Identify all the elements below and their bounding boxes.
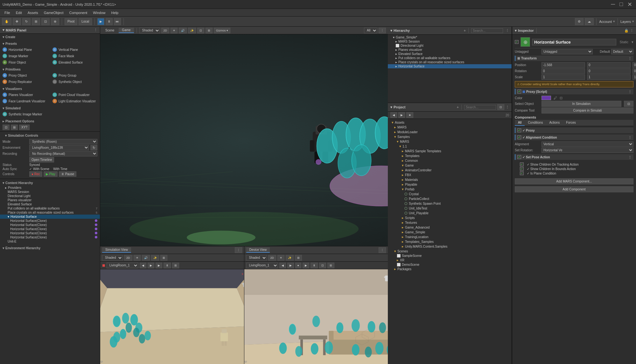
transform-tool[interactable]: ⊕	[51, 18, 59, 25]
placement-options-title[interactable]: ▸ Placement Options	[0, 119, 100, 124]
proj-demo[interactable]: ⬜ DemoScene	[388, 263, 512, 267]
local-btn[interactable]: Local	[79, 18, 92, 25]
sim-light[interactable]: ☀	[134, 255, 141, 261]
h-put-colliders[interactable]: ▸ Put colliders on all walkable surfaces	[388, 56, 512, 60]
proj-scripts[interactable]: ▸ Scripts	[388, 216, 512, 220]
active-checkbox[interactable]	[515, 40, 519, 44]
comp-tab-actions[interactable]: Actions	[546, 120, 563, 126]
color-menu-btn[interactable]: ⊡	[560, 96, 563, 100]
inspector-menu[interactable]: ⋮	[630, 29, 633, 33]
proj-common[interactable]: ▸ Common	[388, 158, 512, 163]
device-title[interactable]: Device View	[246, 247, 270, 253]
proj-game-simple[interactable]: ▸ Game_Simple	[388, 230, 512, 235]
env-refresh-btn[interactable]: ↻	[90, 145, 97, 150]
ch-mars-session[interactable]: MARS Session	[0, 190, 100, 194]
set-pose-comp[interactable]: ✓ Set Pose Action ⋮	[515, 154, 633, 160]
sim-prev-btn[interactable]: ◀	[140, 263, 146, 268]
content-hierarchy-title[interactable]: ▾ Content Hierarchy	[0, 180, 100, 186]
sim-controls-title[interactable]: ▾ Simulation Controls	[3, 133, 97, 138]
open-timeline-btn[interactable]: Open Timeline	[29, 157, 54, 162]
scale-x-field[interactable]	[542, 74, 585, 80]
add-mars-comp-btn[interactable]: Add MARS Component...	[515, 178, 633, 184]
proxy-section[interactable]: ⊞ Proxy (Script) ⋮	[515, 89, 633, 94]
vp-menu-btn[interactable]: ⋮	[379, 28, 386, 33]
plane-check[interactable]	[520, 171, 524, 175]
dev-env-dropdown[interactable]: LivingRoom_1	[246, 263, 278, 268]
proj-back-btn[interactable]: ◀	[390, 112, 397, 118]
ch-clone-4[interactable]: Horizontal Surface(Clone)	[0, 231, 100, 235]
pause-button[interactable]: ⏸	[106, 18, 113, 25]
proj-crystal[interactable]: ⬡ Crystal	[388, 192, 512, 196]
visualizers-title[interactable]: ▾ Visualizers	[0, 86, 100, 92]
ch-clone-2[interactable]: Horizontal Surface(Clone)	[0, 223, 100, 227]
inspector-lock-btn[interactable]: 🔒	[624, 29, 629, 33]
proj-materials[interactable]: ▸ Materials	[388, 177, 512, 182]
sim-2d[interactable]: 2D	[124, 255, 132, 261]
window-controls[interactable]: ─ □ ✕	[610, 1, 633, 8]
pose-menu[interactable]: ⋮	[628, 155, 632, 159]
sim-record-btn[interactable]: ⊞	[172, 263, 179, 268]
h-root[interactable]: ▾ Game_Simple*	[388, 35, 512, 39]
project-search[interactable]	[464, 105, 496, 110]
menu-window[interactable]: Window	[90, 10, 108, 15]
play-button[interactable]: ▶	[97, 18, 104, 25]
rot-x-field[interactable]	[542, 68, 585, 74]
step-button[interactable]: ⏭	[114, 18, 121, 25]
dev-shading[interactable]: Shaded	[246, 255, 267, 261]
proxy-check[interactable]	[517, 128, 521, 132]
sim-title[interactable]: Simulation View	[102, 247, 131, 253]
sim-canvas[interactable]: X Y Z	[100, 269, 244, 364]
proj-assets[interactable]: ▾ Assets	[388, 120, 512, 125]
tag-dropdown[interactable]: Untagged	[542, 49, 593, 54]
menu-gameobject[interactable]: GameObject	[41, 10, 66, 15]
prim-synthetic-object[interactable]: ⊡ Synthetic Object	[50, 79, 100, 85]
ch-put-crystals[interactable]: Place crystals on all reasonable sized s…	[0, 210, 100, 215]
dev-menu-btn[interactable]: ⋮	[379, 247, 386, 253]
placement-btn-2[interactable]: ⊞	[11, 125, 18, 130]
h-dir-light[interactable]: ⬜ Directional Light	[388, 44, 512, 48]
ch-unit-e[interactable]: Unit-E	[0, 239, 100, 244]
menu-assets[interactable]: Assets	[25, 10, 41, 15]
proj-animator[interactable]: ▸ AnimatorController	[388, 168, 512, 173]
shading-dropdown[interactable]: Shaded	[139, 28, 160, 33]
in-simulation-btn[interactable]: In Simulation	[542, 101, 621, 107]
eyedropper-btn[interactable]: 🖊	[554, 96, 557, 100]
proj-training[interactable]: ▸ TrainingLocation	[388, 235, 512, 239]
env-dropdown[interactable]: LivingRoom_18ftx13ft	[29, 145, 89, 150]
minimize-btn[interactable]: ─	[610, 1, 616, 8]
sim-sound[interactable]: 🔊	[142, 255, 150, 261]
proj-spawn[interactable]: ⬡ Synthetic Spawn Point	[388, 201, 512, 206]
add-component-btn[interactable]: Add Component	[515, 186, 633, 192]
ch-providers[interactable]: ▸ Providers	[0, 186, 100, 190]
preset-vertical-plane[interactable]: ⊞ Vertical Plane	[50, 46, 100, 53]
menu-help[interactable]: Help	[108, 10, 121, 15]
create-section-title[interactable]: ▾ Create	[0, 34, 100, 40]
rec-btn[interactable]: ● Rec	[29, 171, 42, 177]
sim-grid[interactable]: ⊞	[160, 255, 167, 261]
proxy-menu[interactable]: ⋮	[628, 90, 632, 93]
proj-xr[interactable]: ▸ XR	[388, 258, 512, 263]
h-elevated[interactable]: ▸ Elevated Surface	[388, 52, 512, 56]
transform-section[interactable]: ⊞ Transform ⋮	[515, 56, 633, 61]
account-btn[interactable]: Account	[599, 20, 612, 24]
proj-fwd-btn[interactable]: ▶	[398, 112, 405, 118]
proj-prefab[interactable]: ▾ Prefab	[388, 187, 512, 192]
resolution-dropdown[interactable]: All	[364, 28, 377, 33]
proj-playable[interactable]: ⬡ Unit_Playable	[388, 211, 512, 216]
pose-check[interactable]	[517, 155, 521, 159]
h-horizontal-surface[interactable]: ▸ Horizontal Surface	[388, 64, 512, 68]
pos-x-field[interactable]	[542, 62, 585, 68]
sound-btn[interactable]: 🔊	[179, 28, 187, 33]
proj-mars[interactable]: ▸ MARS	[388, 125, 512, 130]
hierarchy-search[interactable]	[471, 28, 503, 33]
alignment-comp[interactable]: ✓ Alignment Condition ⋮	[515, 134, 633, 140]
bounds-check[interactable]	[520, 167, 524, 171]
primitives-title[interactable]: ▾ Primitives	[0, 67, 100, 72]
maximize-btn[interactable]: □	[618, 1, 624, 8]
proj-packages[interactable]: ▸ Packages	[388, 267, 512, 271]
color-swatch[interactable]	[542, 96, 551, 100]
hand-tool[interactable]: ✋	[2, 18, 11, 25]
proj-scenes[interactable]: ▾ Scenes	[388, 249, 512, 254]
hidden-btn[interactable]: ⊡	[197, 28, 204, 33]
ch-elevated[interactable]: Elevated Surface	[0, 202, 100, 206]
